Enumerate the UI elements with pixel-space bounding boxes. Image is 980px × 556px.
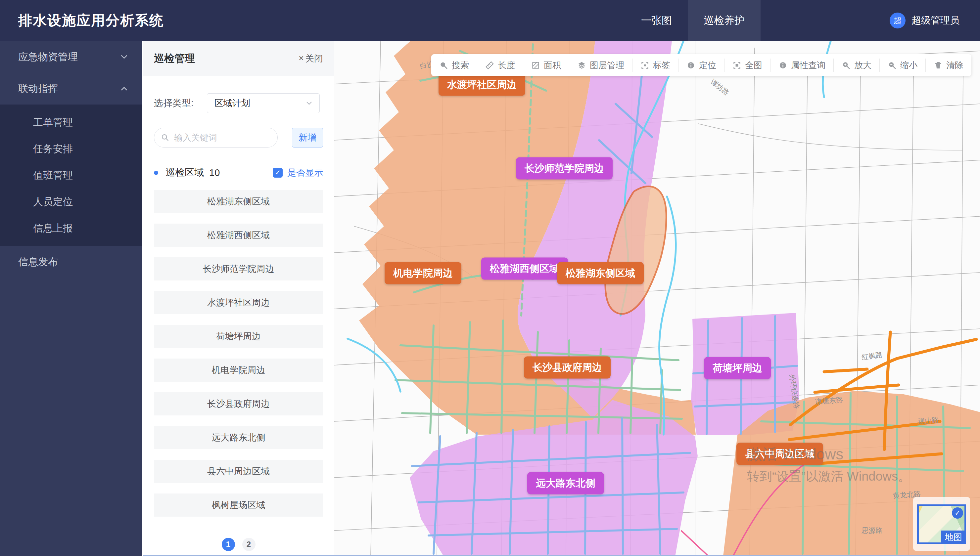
layer-manager-button[interactable]: 图层管理 (569, 58, 632, 72)
sidebar-item-task-assignment[interactable]: 任务安排 (0, 136, 142, 162)
list-item[interactable]: 水渡坪社区周边 (154, 291, 323, 314)
search-tool-button[interactable]: 搜索 (431, 58, 477, 72)
list-item[interactable]: 荷塘坪周边 (154, 325, 323, 348)
length-tool-button[interactable]: 长度 (477, 58, 523, 72)
locate-tool-button[interactable]: 定位 (678, 58, 724, 72)
map-toolbar: 搜索 长度 面积 图层管理 标签 定位 全图 属性查询 (431, 54, 971, 76)
area-tool-button[interactable]: 面积 (523, 58, 569, 72)
full-extent-button[interactable]: 全图 (724, 58, 770, 72)
inspection-panel: 巡检管理 ×关闭 选择类型: 区域计划 输入关键词 新增 巡检区域 10 ✓ 是… (143, 41, 334, 556)
map-region-label[interactable]: 长沙县政府周边 (524, 357, 611, 379)
check-icon: ✓ (952, 508, 963, 519)
list-item[interactable]: 松雅湖东侧区域 (154, 190, 323, 213)
road-label: 凉塘东路 (815, 395, 843, 406)
search-icon (161, 133, 170, 142)
map-region-label[interactable]: 机电学院周边 (385, 262, 462, 284)
show-checkbox-label[interactable]: 是否显示 (287, 167, 323, 179)
type-select-label: 选择类型: (154, 97, 194, 110)
chevron-up-icon (119, 84, 129, 94)
show-checkbox[interactable]: ✓ (273, 168, 283, 178)
sidebar-item-emergency-supplies[interactable]: 应急物资管理 (0, 41, 142, 73)
app-title: 排水设施应用分析系统 (18, 11, 164, 30)
page-button-1[interactable]: 1 (222, 538, 235, 551)
list-item[interactable]: 枫树屋场区域 (154, 493, 323, 517)
label-tool-button[interactable]: 标签 (632, 58, 678, 72)
page-button-2[interactable]: 2 (242, 538, 256, 551)
info-icon (778, 61, 787, 70)
pagination: 1 2 (154, 538, 323, 551)
full-map-icon (732, 61, 741, 70)
list-item[interactable]: 机电学院周边 (154, 359, 323, 382)
sidebar-item-linked-command[interactable]: 联动指挥 (0, 73, 142, 105)
bottom-accent-line (143, 555, 980, 556)
user-name: 超级管理员 (912, 14, 959, 27)
map-region-label[interactable]: 荷塘坪周边 (704, 357, 771, 379)
user-menu[interactable]: 超 超级管理员 (890, 13, 959, 28)
tab-inspection-maintenance[interactable]: 巡检养护 (688, 0, 761, 41)
panel-header: 巡检管理 ×关闭 (143, 41, 334, 76)
map-region-label[interactable]: 远大路东北侧 (527, 472, 604, 495)
map-region-label[interactable]: 水渡坪社区周边 (439, 74, 525, 96)
avatar[interactable]: 超 (890, 13, 905, 28)
sidebar: 应急物资管理 联动指挥 工单管理 任务安排 值班管理 人员定位 信息上报 信息发… (0, 41, 142, 556)
chevron-down-icon (119, 52, 129, 62)
locate-icon (687, 61, 695, 70)
search-input[interactable]: 输入关键词 (154, 128, 278, 147)
road-label: 观山路 (918, 415, 939, 426)
ruler-icon (485, 61, 494, 70)
chevron-down-icon (305, 99, 313, 107)
list-item[interactable]: 长沙师范学院周边 (154, 257, 323, 280)
panel-title: 巡检管理 (154, 52, 298, 65)
clear-button[interactable]: 清除 (925, 58, 971, 72)
map-region-label[interactable]: 长沙师范学院周边 (516, 157, 612, 179)
road-label: 思源路 (862, 526, 883, 535)
search-placeholder: 输入关键词 (174, 132, 217, 144)
search-icon (439, 61, 448, 70)
add-button[interactable]: 新增 (292, 128, 323, 147)
top-navbar: 排水设施应用分析系统 一张图 巡检养护 超 超级管理员 (0, 0, 980, 41)
type-select[interactable]: 区域计划 (207, 93, 320, 113)
list-count: 10 (209, 167, 220, 178)
map-canvas[interactable]: 白沙河路 谭坊路 红枫路 凉塘东路 观山路 外环快速路 黄龙北路 思源路 水渡坪… (334, 41, 980, 556)
basemap-thumbnail[interactable]: ✓ 地图 (917, 504, 966, 544)
list-title: 巡检区域 (165, 166, 204, 179)
layers-icon (577, 61, 586, 70)
list-item[interactable]: 远大路东北侧 (154, 426, 323, 449)
type-select-value: 区域计划 (214, 97, 305, 109)
trash-icon (934, 61, 943, 70)
tab-one-map[interactable]: 一张图 (625, 0, 688, 41)
attribute-query-button[interactable]: 属性查询 (770, 58, 833, 72)
sidebar-item-duty-management[interactable]: 值班管理 (0, 162, 142, 189)
basemap-label: 地图 (941, 530, 966, 544)
list-item[interactable]: 长沙县政府周边 (154, 392, 323, 415)
close-button[interactable]: ×关闭 (298, 53, 323, 65)
list-item[interactable]: 松雅湖西侧区域 (154, 224, 323, 247)
sidebar-item-work-orders[interactable]: 工单管理 (0, 109, 142, 136)
tag-brackets-icon (640, 61, 650, 70)
zoom-in-button[interactable]: 放大 (833, 58, 880, 72)
zoom-out-button[interactable]: 缩小 (880, 58, 925, 72)
sidebar-item-personnel-location[interactable]: 人员定位 (0, 189, 142, 215)
zoom-out-icon (888, 61, 897, 70)
windows-activation-watermark: 激活 Windows 转到“设置”以激活 Windows。 (747, 444, 910, 485)
list-item[interactable]: 县六中周边区域 (154, 460, 323, 483)
sidebar-submenu: 工单管理 任务安排 值班管理 人员定位 信息上报 (0, 105, 142, 246)
bullet-dot-icon (154, 171, 158, 175)
area-hatch-icon (531, 61, 540, 70)
sidebar-item-info-publish[interactable]: 信息发布 (0, 246, 142, 278)
map-region-label[interactable]: 松雅湖西侧区域 (481, 258, 568, 280)
sidebar-item-info-report[interactable]: 信息上报 (0, 215, 142, 241)
close-icon: × (298, 53, 304, 63)
zoom-in-icon (842, 61, 850, 70)
basemap-switcher: ✓ 地图 (913, 497, 970, 551)
map-region-label[interactable]: 松雅湖东侧区域 (557, 262, 644, 284)
